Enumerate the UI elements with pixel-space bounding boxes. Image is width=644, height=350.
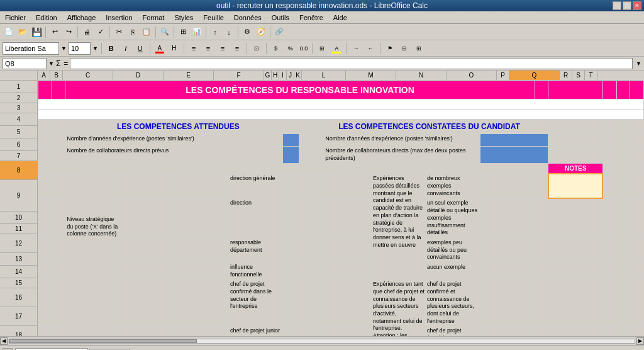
- cell-g8[interactable]: [283, 174, 291, 199]
- cell-q10[interactable]: [548, 238, 603, 262]
- copy-icon[interactable]: ⎘: [126, 26, 139, 38]
- cell-h9[interactable]: [291, 198, 299, 237]
- cell-a8[interactable]: [38, 174, 52, 199]
- cell-n13[interactable]: chef de projet (expérience < 5 ans) ou c…: [426, 326, 480, 336]
- cell-l11[interactable]: [324, 262, 372, 279]
- cell-t8[interactable]: [630, 174, 644, 199]
- row-16[interactable]: 16: [0, 288, 38, 307]
- cell-s9[interactable]: [616, 198, 630, 237]
- cell-t1[interactable]: [630, 81, 644, 99]
- cell-r6[interactable]: [602, 146, 616, 164]
- cell-p9[interactable]: [535, 198, 548, 237]
- cell-right-header[interactable]: LES COMPETENCES CONSTATEES DU CANDIDAT: [324, 119, 535, 133]
- font-dropdown-icon[interactable]: ▼: [61, 45, 67, 52]
- cell-b12[interactable]: [52, 279, 65, 326]
- cell-r5[interactable]: [602, 133, 616, 146]
- cell-i6[interactable]: [299, 146, 308, 164]
- cell-p13[interactable]: [535, 326, 548, 336]
- cell-s4[interactable]: [616, 119, 630, 133]
- scroll-thumb[interactable]: [9, 339, 197, 343]
- cell-d12[interactable]: [119, 279, 174, 326]
- dec-indent-button[interactable]: ←: [364, 42, 377, 55]
- scroll-track[interactable]: [9, 339, 635, 344]
- row-13[interactable]: 13: [0, 253, 38, 266]
- cell-e10[interactable]: [174, 238, 229, 262]
- equals-icon[interactable]: =: [64, 59, 68, 68]
- cell-j11[interactable]: [308, 262, 316, 279]
- cell-t9[interactable]: [630, 198, 644, 237]
- cell-l9[interactable]: [324, 198, 372, 237]
- col-e[interactable]: E: [164, 71, 214, 80]
- cell-b11[interactable]: [52, 262, 65, 279]
- cond-format-button[interactable]: ⚑: [384, 42, 396, 55]
- menu-insertion[interactable]: Insertion: [103, 13, 135, 22]
- col-o[interactable]: O: [447, 71, 497, 80]
- borders-button[interactable]: ⊞: [316, 42, 328, 55]
- row-8[interactable]: 8: [0, 161, 38, 180]
- cell-i5[interactable]: [299, 133, 308, 146]
- cell-t4[interactable]: [630, 119, 644, 133]
- row-15[interactable]: 15: [0, 278, 38, 288]
- cell-r11[interactable]: [602, 262, 616, 279]
- scroll-right-button[interactable]: ▶: [636, 337, 644, 345]
- cell-l8[interactable]: [324, 174, 372, 199]
- cell-n12[interactable]: chef de projet confirmé et connaissance …: [426, 279, 480, 326]
- cell-a5[interactable]: [38, 133, 52, 146]
- cell-h8[interactable]: [291, 174, 299, 199]
- cell-p1[interactable]: [535, 81, 548, 99]
- cell-m8-exp[interactable]: Expériences passées détaillées montrant …: [372, 174, 426, 279]
- menu-feuille[interactable]: Feuille: [201, 13, 226, 22]
- cell-e8[interactable]: [174, 174, 229, 199]
- col-d[interactable]: D: [113, 71, 164, 80]
- cell-q1[interactable]: [548, 81, 603, 99]
- col-h[interactable]: H: [272, 71, 279, 80]
- currency-button[interactable]: $: [270, 42, 282, 55]
- col-g[interactable]: G: [264, 71, 272, 80]
- minimize-button[interactable]: —: [613, 1, 621, 10]
- cell-n11[interactable]: aucun exemple: [426, 262, 480, 279]
- insert-chart-icon[interactable]: 📊: [191, 26, 203, 38]
- cell-b8[interactable]: [52, 174, 65, 199]
- paste-icon[interactable]: 📋: [140, 26, 153, 38]
- cell-d11[interactable]: [119, 262, 174, 279]
- cell-e12[interactable]: [174, 279, 229, 326]
- spellcheck-icon[interactable]: ✓: [94, 26, 107, 38]
- name-box[interactable]: [3, 58, 47, 69]
- cell-a6[interactable]: [38, 146, 52, 164]
- cell-k10[interactable]: [316, 238, 324, 262]
- cell-g13[interactable]: [283, 326, 291, 336]
- sort-asc-icon[interactable]: ↑: [209, 26, 221, 38]
- sort-desc-icon[interactable]: ↓: [223, 26, 235, 38]
- cell-a11[interactable]: [38, 262, 52, 279]
- cell-s10[interactable]: [616, 238, 630, 262]
- cell-s12[interactable]: [616, 279, 630, 326]
- scroll-left-button[interactable]: ◀: [0, 337, 8, 345]
- cell-j12[interactable]: [308, 279, 316, 326]
- cell-o13[interactable]: [480, 326, 535, 336]
- row7-left[interactable]: [38, 164, 535, 174]
- cell-d13[interactable]: [119, 326, 174, 336]
- cell-k6[interactable]: [316, 146, 324, 164]
- new-icon[interactable]: 📄: [3, 26, 15, 38]
- cell-d9[interactable]: [119, 198, 174, 237]
- menu-aide[interactable]: Aide: [331, 13, 350, 22]
- cell-g9[interactable]: [283, 198, 291, 237]
- formula-expand-icon[interactable]: ▼: [636, 60, 641, 67]
- cell-h12[interactable]: [291, 279, 299, 326]
- menu-edition[interactable]: Edition: [33, 13, 60, 22]
- cell-c12-tech[interactable]: Compétences techniques attendues: [65, 279, 120, 336]
- cell-row5-blue[interactable]: [283, 133, 299, 146]
- cell-i11[interactable]: [299, 262, 308, 279]
- cell-b5[interactable]: [52, 133, 65, 146]
- freeze-rows-button[interactable]: ⊟: [398, 42, 411, 55]
- cell-t12[interactable]: [630, 279, 644, 326]
- cell-t5[interactable]: [630, 133, 644, 146]
- align-left-button[interactable]: ≡: [187, 42, 200, 55]
- row-10[interactable]: 10: [0, 212, 38, 224]
- col-s[interactable]: S: [572, 71, 585, 80]
- cell-q12[interactable]: [548, 279, 603, 326]
- window-controls[interactable]: — □ ✕: [613, 1, 641, 10]
- print-icon[interactable]: 🖨: [80, 26, 93, 38]
- cell-row6-left[interactable]: Nombre de collaborateurs directs prévus: [65, 146, 283, 164]
- cell-q5[interactable]: [548, 133, 603, 146]
